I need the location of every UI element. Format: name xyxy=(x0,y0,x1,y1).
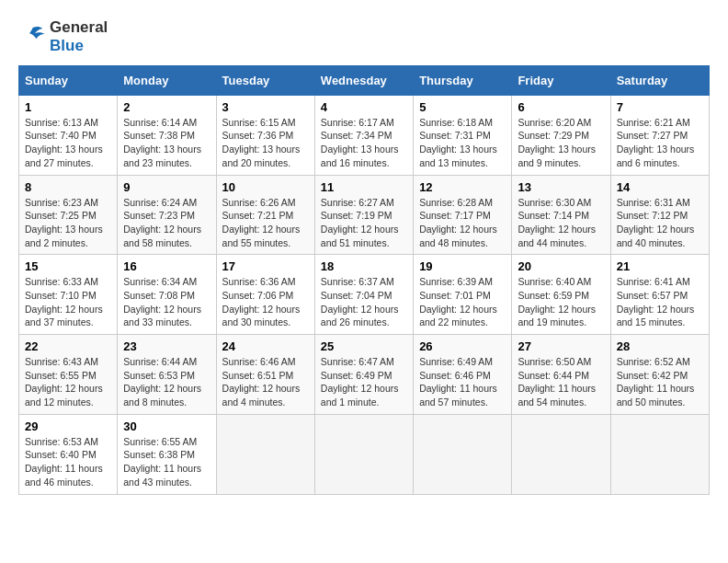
calendar-week-row: 29Sunrise: 6:53 AM Sunset: 6:40 PM Dayli… xyxy=(19,414,710,494)
day-number: 23 xyxy=(123,339,210,353)
calendar-day-cell xyxy=(610,414,709,494)
day-info: Sunrise: 6:37 AM Sunset: 7:04 PM Dayligh… xyxy=(321,275,407,329)
day-number: 18 xyxy=(321,259,407,273)
day-info: Sunrise: 6:41 AM Sunset: 6:57 PM Dayligh… xyxy=(617,275,703,329)
calendar-table: SundayMondayTuesdayWednesdayThursdayFrid… xyxy=(18,65,710,495)
day-info: Sunrise: 6:44 AM Sunset: 6:53 PM Dayligh… xyxy=(123,355,210,409)
day-info: Sunrise: 6:34 AM Sunset: 7:08 PM Dayligh… xyxy=(123,275,210,329)
day-info: Sunrise: 6:21 AM Sunset: 7:27 PM Dayligh… xyxy=(617,116,703,170)
calendar-day-cell: 18Sunrise: 6:37 AM Sunset: 7:04 PM Dayli… xyxy=(314,255,413,335)
day-number: 5 xyxy=(419,100,506,114)
day-info: Sunrise: 6:43 AM Sunset: 6:55 PM Dayligh… xyxy=(25,355,111,409)
calendar-week-row: 8Sunrise: 6:23 AM Sunset: 7:25 PM Daylig… xyxy=(19,175,710,255)
logo-icon xyxy=(18,23,46,51)
day-of-week-header: Sunday xyxy=(19,65,118,95)
logo: General Blue xyxy=(18,18,108,56)
day-number: 17 xyxy=(222,259,309,273)
day-number: 8 xyxy=(25,180,111,194)
calendar-day-cell: 22Sunrise: 6:43 AM Sunset: 6:55 PM Dayli… xyxy=(19,335,118,415)
calendar-day-cell: 23Sunrise: 6:44 AM Sunset: 6:53 PM Dayli… xyxy=(118,335,216,415)
day-number: 25 xyxy=(321,339,407,353)
calendar-day-cell: 10Sunrise: 6:26 AM Sunset: 7:21 PM Dayli… xyxy=(216,175,314,255)
day-info: Sunrise: 6:39 AM Sunset: 7:01 PM Dayligh… xyxy=(419,275,506,329)
calendar-day-cell: 11Sunrise: 6:27 AM Sunset: 7:19 PM Dayli… xyxy=(314,175,413,255)
calendar-day-cell: 20Sunrise: 6:40 AM Sunset: 6:59 PM Dayli… xyxy=(512,255,610,335)
day-number: 21 xyxy=(617,259,703,273)
logo-text: General Blue xyxy=(50,18,108,56)
day-info: Sunrise: 6:31 AM Sunset: 7:12 PM Dayligh… xyxy=(617,196,703,250)
day-number: 16 xyxy=(123,259,210,273)
calendar-day-cell: 9Sunrise: 6:24 AM Sunset: 7:23 PM Daylig… xyxy=(118,175,216,255)
day-info: Sunrise: 6:23 AM Sunset: 7:25 PM Dayligh… xyxy=(25,196,111,250)
day-info: Sunrise: 6:53 AM Sunset: 6:40 PM Dayligh… xyxy=(25,435,111,489)
calendar-day-cell: 24Sunrise: 6:46 AM Sunset: 6:51 PM Dayli… xyxy=(216,335,314,415)
calendar-day-cell: 14Sunrise: 6:31 AM Sunset: 7:12 PM Dayli… xyxy=(610,175,709,255)
day-number: 7 xyxy=(617,100,703,114)
day-number: 15 xyxy=(25,259,111,273)
day-of-week-header: Wednesday xyxy=(314,65,413,95)
day-info: Sunrise: 6:27 AM Sunset: 7:19 PM Dayligh… xyxy=(321,196,407,250)
calendar-day-cell: 21Sunrise: 6:41 AM Sunset: 6:57 PM Dayli… xyxy=(610,255,709,335)
calendar-day-cell xyxy=(216,414,314,494)
day-info: Sunrise: 6:50 AM Sunset: 6:44 PM Dayligh… xyxy=(518,355,604,409)
day-of-week-header: Thursday xyxy=(414,65,512,95)
calendar-day-cell xyxy=(314,414,413,494)
calendar-day-cell: 2Sunrise: 6:14 AM Sunset: 7:38 PM Daylig… xyxy=(118,95,216,175)
page-header: General Blue xyxy=(18,18,710,56)
calendar-day-cell: 25Sunrise: 6:47 AM Sunset: 6:49 PM Dayli… xyxy=(314,335,413,415)
day-info: Sunrise: 6:20 AM Sunset: 7:29 PM Dayligh… xyxy=(518,116,604,170)
day-number: 2 xyxy=(123,100,210,114)
day-info: Sunrise: 6:47 AM Sunset: 6:49 PM Dayligh… xyxy=(321,355,407,409)
day-number: 22 xyxy=(25,339,111,353)
day-info: Sunrise: 6:40 AM Sunset: 6:59 PM Dayligh… xyxy=(518,275,604,329)
day-number: 26 xyxy=(419,339,506,353)
calendar-day-cell: 1Sunrise: 6:13 AM Sunset: 7:40 PM Daylig… xyxy=(19,95,118,175)
calendar-day-cell xyxy=(512,414,610,494)
day-of-week-header: Tuesday xyxy=(216,65,314,95)
calendar-day-cell: 4Sunrise: 6:17 AM Sunset: 7:34 PM Daylig… xyxy=(314,95,413,175)
day-info: Sunrise: 6:13 AM Sunset: 7:40 PM Dayligh… xyxy=(25,116,111,170)
day-number: 1 xyxy=(25,100,111,114)
calendar-day-cell: 5Sunrise: 6:18 AM Sunset: 7:31 PM Daylig… xyxy=(414,95,512,175)
calendar-header-row: SundayMondayTuesdayWednesdayThursdayFrid… xyxy=(19,65,710,95)
day-of-week-header: Monday xyxy=(118,65,216,95)
calendar-week-row: 15Sunrise: 6:33 AM Sunset: 7:10 PM Dayli… xyxy=(19,255,710,335)
day-info: Sunrise: 6:28 AM Sunset: 7:17 PM Dayligh… xyxy=(419,196,506,250)
calendar-day-cell: 7Sunrise: 6:21 AM Sunset: 7:27 PM Daylig… xyxy=(610,95,709,175)
day-info: Sunrise: 6:17 AM Sunset: 7:34 PM Dayligh… xyxy=(321,116,407,170)
day-number: 13 xyxy=(518,180,604,194)
day-number: 10 xyxy=(222,180,309,194)
day-of-week-header: Saturday xyxy=(610,65,709,95)
day-number: 20 xyxy=(518,259,604,273)
calendar-day-cell: 8Sunrise: 6:23 AM Sunset: 7:25 PM Daylig… xyxy=(19,175,118,255)
day-number: 4 xyxy=(321,100,407,114)
calendar-day-cell: 6Sunrise: 6:20 AM Sunset: 7:29 PM Daylig… xyxy=(512,95,610,175)
calendar-day-cell: 19Sunrise: 6:39 AM Sunset: 7:01 PM Dayli… xyxy=(414,255,512,335)
calendar-day-cell: 15Sunrise: 6:33 AM Sunset: 7:10 PM Dayli… xyxy=(19,255,118,335)
day-number: 6 xyxy=(518,100,604,114)
day-info: Sunrise: 6:52 AM Sunset: 6:42 PM Dayligh… xyxy=(617,355,703,409)
day-info: Sunrise: 6:24 AM Sunset: 7:23 PM Dayligh… xyxy=(123,196,210,250)
calendar-day-cell: 13Sunrise: 6:30 AM Sunset: 7:14 PM Dayli… xyxy=(512,175,610,255)
day-info: Sunrise: 6:46 AM Sunset: 6:51 PM Dayligh… xyxy=(222,355,309,409)
day-info: Sunrise: 6:49 AM Sunset: 6:46 PM Dayligh… xyxy=(419,355,506,409)
day-number: 30 xyxy=(123,419,210,433)
day-info: Sunrise: 6:26 AM Sunset: 7:21 PM Dayligh… xyxy=(222,196,309,250)
day-info: Sunrise: 6:30 AM Sunset: 7:14 PM Dayligh… xyxy=(518,196,604,250)
calendar-week-row: 1Sunrise: 6:13 AM Sunset: 7:40 PM Daylig… xyxy=(19,95,710,175)
day-of-week-header: Friday xyxy=(512,65,610,95)
day-number: 24 xyxy=(222,339,309,353)
calendar-day-cell: 3Sunrise: 6:15 AM Sunset: 7:36 PM Daylig… xyxy=(216,95,314,175)
calendar-week-row: 22Sunrise: 6:43 AM Sunset: 6:55 PM Dayli… xyxy=(19,335,710,415)
day-number: 28 xyxy=(617,339,703,353)
day-number: 3 xyxy=(222,100,309,114)
day-info: Sunrise: 6:15 AM Sunset: 7:36 PM Dayligh… xyxy=(222,116,309,170)
calendar-day-cell: 29Sunrise: 6:53 AM Sunset: 6:40 PM Dayli… xyxy=(19,414,118,494)
calendar-day-cell: 17Sunrise: 6:36 AM Sunset: 7:06 PM Dayli… xyxy=(216,255,314,335)
calendar-day-cell: 30Sunrise: 6:55 AM Sunset: 6:38 PM Dayli… xyxy=(118,414,216,494)
day-number: 12 xyxy=(419,180,506,194)
day-info: Sunrise: 6:18 AM Sunset: 7:31 PM Dayligh… xyxy=(419,116,506,170)
calendar-day-cell: 26Sunrise: 6:49 AM Sunset: 6:46 PM Dayli… xyxy=(414,335,512,415)
day-number: 27 xyxy=(518,339,604,353)
calendar-day-cell: 28Sunrise: 6:52 AM Sunset: 6:42 PM Dayli… xyxy=(610,335,709,415)
